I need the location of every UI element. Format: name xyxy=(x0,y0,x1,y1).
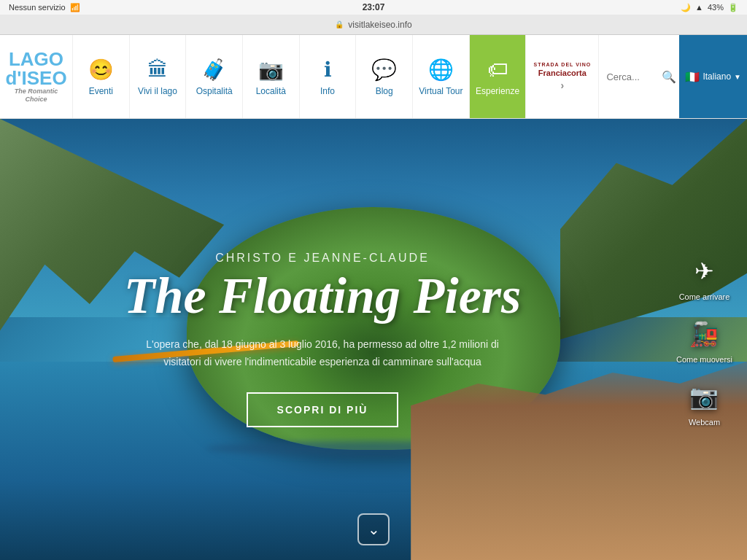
battery-percent: 43% xyxy=(708,3,724,12)
wifi-icon: 📶 xyxy=(70,3,80,12)
vivi-icon: 🏛 xyxy=(147,58,168,82)
chevron-down-icon: ⌄ xyxy=(368,521,380,538)
language-selector[interactable]: 🇮🇹 Italiano ▼ xyxy=(679,35,747,118)
virtual-tour-label: Virtual Tour xyxy=(419,86,462,96)
logo-tagline: The Romantic Choice xyxy=(5,88,66,104)
franciacorta-strada: STRADA DEL VINO xyxy=(533,61,591,68)
hero-description: L'opera che, dal 18 giugno al 3 luglio 2… xyxy=(133,336,512,371)
hero-section: CHRISTO E JEANNE-CLAUDE The Floating Pie… xyxy=(0,119,747,560)
localita-label: Località xyxy=(256,86,286,96)
status-left: Nessun servizio 📶 xyxy=(9,3,80,12)
nav-item-localita[interactable]: 📷 Località xyxy=(243,35,300,118)
status-right: 🌙 ▲ 43% 🔋 xyxy=(681,3,738,12)
carrier-text: Nessun servizio xyxy=(9,3,66,12)
hero-title: The Floating Piers xyxy=(124,271,521,322)
lock-icon: 🔒 xyxy=(335,20,344,28)
ospitalita-label: Ospitalità xyxy=(196,86,233,96)
come-muoversi-label: Come muoversi xyxy=(676,355,732,364)
franciacorta-area[interactable]: STRADA DEL VINO Franciacorta › xyxy=(526,35,599,118)
franciacorta-name: Franciacorta xyxy=(533,68,591,78)
lang-arrow: ▼ xyxy=(734,73,741,81)
iseo-label: ISEO xyxy=(21,67,66,89)
eventi-icon: 😊 xyxy=(88,58,114,82)
hero-sidebar: ✈ Come arrivare 🚂 Come muoversi 📷 Webcam xyxy=(676,253,732,427)
moon-icon: 🌙 xyxy=(681,3,691,12)
blog-icon: 💬 xyxy=(371,58,397,82)
airplane-icon: ✈ xyxy=(686,253,722,289)
navbar: LAGO d'ISEO The Romantic Choice 😊 Eventi… xyxy=(0,35,747,119)
logo-iseo: LAGO d'ISEO xyxy=(5,50,66,88)
blog-label: Blog xyxy=(376,86,393,96)
hero-cta-button[interactable]: SCOPRI DI PIÙ xyxy=(247,392,399,427)
eventi-label: Eventi xyxy=(89,86,113,96)
status-bar: Nessun servizio 📶 23:07 🌙 ▲ 43% 🔋 xyxy=(0,0,747,15)
search-input[interactable] xyxy=(606,71,657,82)
scroll-down-button[interactable]: ⌄ xyxy=(357,513,390,545)
esperienze-icon: 🏷 xyxy=(487,58,508,82)
come-arrivare-label: Come arrivare xyxy=(679,292,730,301)
info-icon: ℹ xyxy=(324,58,332,82)
nav-item-vivi[interactable]: 🏛 Vivi il lago xyxy=(130,35,187,118)
logo[interactable]: LAGO d'ISEO The Romantic Choice xyxy=(0,35,73,118)
nav-items: 😊 Eventi 🏛 Vivi il lago 🧳 Ospitalità 📷 L… xyxy=(73,35,526,118)
lang-flag: 🇮🇹 xyxy=(685,70,700,84)
train-icon: 🚂 xyxy=(686,316,722,352)
nav-item-ospitalita[interactable]: 🧳 Ospitalità xyxy=(186,35,243,118)
sidebar-item-webcam[interactable]: 📷 Webcam xyxy=(686,378,722,427)
vivi-label: Vivi il lago xyxy=(138,86,177,96)
franciacorta-arrow: › xyxy=(533,79,591,92)
di-label: d' xyxy=(5,67,21,89)
sidebar-item-come-muoversi[interactable]: 🚂 Come muoversi xyxy=(676,316,732,364)
webcam-label: Webcam xyxy=(689,418,720,427)
localita-icon: 📷 xyxy=(258,58,284,82)
virtual-tour-icon: 🌐 xyxy=(428,58,454,82)
search-area: 🔍 xyxy=(599,35,679,118)
nav-item-esperienze[interactable]: 🏷 Esperienze xyxy=(470,35,527,118)
battery-icon: 🔋 xyxy=(728,3,738,12)
nav-item-blog[interactable]: 💬 Blog xyxy=(356,35,413,118)
lang-label: Italiano xyxy=(703,71,731,82)
sidebar-item-come-arrivare[interactable]: ✈ Come arrivare xyxy=(679,253,730,301)
esperienze-label: Esperienze xyxy=(476,86,519,96)
hero-text-overlay: CHRISTO E JEANNE-CLAUDE The Floating Pie… xyxy=(0,119,747,560)
logo-text: LAGO d'ISEO The Romantic Choice xyxy=(5,50,66,104)
search-button[interactable]: 🔍 xyxy=(662,70,676,84)
signal-icon: ▲ xyxy=(695,3,703,12)
url-text: visitlakeiseo.info xyxy=(348,20,411,30)
webcam-icon: 📷 xyxy=(686,378,722,415)
hero-subtitle: CHRISTO E JEANNE-CLAUDE xyxy=(215,252,430,265)
nav-item-eventi[interactable]: 😊 Eventi xyxy=(73,35,130,118)
franciacorta-logo: STRADA DEL VINO Franciacorta › xyxy=(533,61,591,92)
url-bar: 🔒 visitlakeiseo.info xyxy=(0,15,747,35)
status-time: 23:07 xyxy=(363,2,385,12)
nav-item-virtual-tour[interactable]: 🌐 Virtual Tour xyxy=(413,35,470,118)
ospitalita-icon: 🧳 xyxy=(201,58,227,82)
info-label: Info xyxy=(320,86,335,96)
nav-item-info[interactable]: ℹ Info xyxy=(300,35,357,118)
